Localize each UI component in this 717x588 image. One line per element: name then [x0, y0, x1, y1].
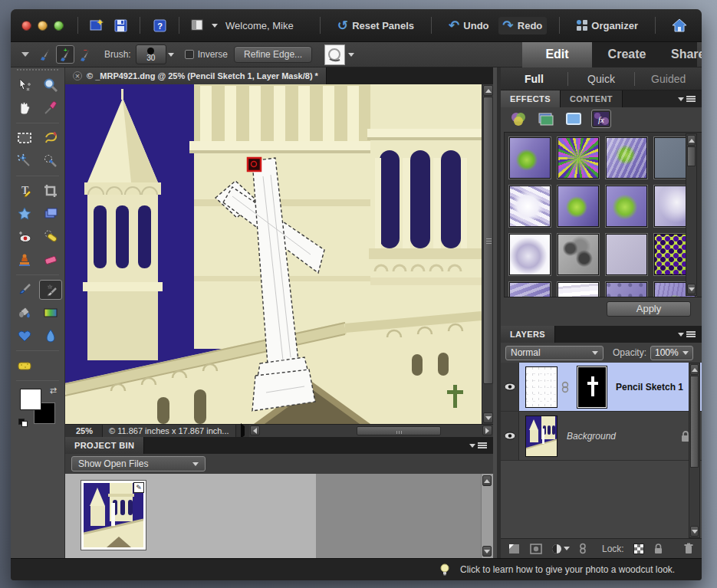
tab-quick[interactable]: Quick — [568, 73, 635, 85]
open-file-thumbnail[interactable]: ✎ — [81, 480, 146, 550]
sponge-tool[interactable] — [13, 356, 36, 376]
delete-layer-icon[interactable] — [683, 543, 694, 554]
effect-thumbnail[interactable] — [509, 137, 551, 179]
new-file-icon[interactable] — [88, 17, 107, 34]
undo-button[interactable]: ↶ Undo — [444, 17, 493, 34]
brush-size-caret[interactable] — [168, 53, 174, 57]
reset-panels-button[interactable]: ↺ Reset Panels — [333, 17, 419, 34]
swap-colors-icon[interactable]: ⇄ — [50, 386, 57, 396]
layers-scrollbar[interactable] — [689, 363, 700, 538]
effect-thumbnail[interactable] — [606, 137, 647, 179]
project-bin-menu-icon[interactable] — [469, 442, 493, 448]
tab-create[interactable]: Create — [592, 42, 662, 67]
scroll-up-icon[interactable] — [687, 135, 696, 146]
blur-tool[interactable] — [39, 326, 62, 346]
scroll-left-icon[interactable] — [250, 425, 260, 435]
tab-effects[interactable]: EFFECTS — [501, 90, 561, 107]
layers-tab[interactable]: LAYERS — [501, 326, 555, 343]
scroll-up-icon[interactable] — [482, 475, 492, 486]
document-dimensions[interactable]: © 11.867 inches x 17.867 inch... — [102, 425, 236, 437]
tab-full[interactable]: Full — [501, 73, 567, 85]
preset-picker-caret[interactable] — [348, 53, 354, 57]
filters-category-icon[interactable] — [508, 110, 528, 128]
layer-row-pencil-sketch[interactable]: Pencil Sketch 1 — [501, 363, 702, 412]
magic-wand-tool[interactable] — [13, 151, 36, 171]
blend-mode-dropdown[interactable]: Normal — [505, 346, 604, 360]
effect-thumbnail[interactable] — [606, 186, 647, 227]
scroll-right-icon[interactable] — [482, 425, 492, 435]
selection-brush-tool[interactable] — [39, 151, 62, 171]
layers-menu-icon[interactable] — [678, 331, 702, 337]
inverse-checkbox[interactable] — [185, 50, 194, 59]
effect-thumbnail[interactable] — [557, 234, 599, 275]
layer-mask-thumbnail[interactable] — [577, 366, 607, 408]
effects-menu-icon[interactable] — [678, 96, 702, 102]
layer-name[interactable]: Background — [567, 431, 616, 442]
scrollbar-thumb[interactable] — [483, 97, 493, 384]
effect-thumbnail[interactable] — [509, 282, 551, 297]
tool-options-caret[interactable] — [21, 52, 29, 57]
layer-row-background[interactable]: Background — [501, 412, 702, 461]
tab-share[interactable]: Share — [662, 42, 697, 67]
refine-edge-button[interactable]: Refine Edge... — [234, 46, 312, 63]
layer-styles-category-icon[interactable] — [536, 110, 556, 128]
zoom-tool[interactable] — [39, 75, 62, 95]
show-open-files-dropdown[interactable]: Show Open Files — [71, 456, 206, 471]
effects-scrollbar[interactable] — [686, 133, 697, 296]
link-layers-icon[interactable] — [579, 543, 587, 554]
lock-transparency-icon[interactable] — [633, 544, 644, 554]
smart-brush-add-selection-icon[interactable]: + — [56, 45, 74, 64]
close-document-icon[interactable]: × — [73, 71, 82, 80]
home-icon[interactable] — [670, 17, 689, 34]
healing-brush-tool[interactable] — [39, 227, 62, 247]
lock-all-icon[interactable] — [653, 543, 663, 554]
smart-brush-preset-thumbnail[interactable] — [324, 44, 345, 65]
effect-thumbnail[interactable] — [557, 282, 599, 297]
help-icon[interactable]: ? — [150, 17, 169, 34]
all-effects-category-icon[interactable]: fx — [591, 110, 611, 128]
gradient-tool[interactable] — [39, 303, 62, 323]
scroll-down-icon[interactable] — [687, 284, 696, 294]
brush-tool[interactable] — [13, 280, 36, 300]
arrange-documents-caret[interactable] — [212, 24, 218, 28]
canvas[interactable] — [65, 84, 482, 424]
close-window-button[interactable] — [21, 21, 31, 31]
opacity-dropdown[interactable]: 100% — [650, 346, 693, 360]
save-icon[interactable] — [111, 17, 130, 34]
scroll-down-icon[interactable] — [690, 526, 699, 537]
clone-stamp-tool[interactable] — [13, 250, 36, 270]
canvas-horizontal-scrollbar[interactable] — [249, 425, 493, 437]
effect-thumbnail[interactable] — [509, 186, 551, 227]
eyedropper-tool[interactable] — [39, 98, 62, 118]
effect-thumbnail[interactable] — [606, 282, 647, 297]
rectangular-marquee-tool[interactable] — [13, 128, 36, 148]
visibility-cell[interactable] — [501, 363, 519, 411]
effect-thumbnail[interactable] — [606, 234, 647, 275]
document-tab[interactable]: × © _MRP4921.dng @ 25% (Pencil Sketch 1,… — [65, 67, 327, 84]
move-tool[interactable] — [13, 75, 36, 95]
scrollbar-thumb[interactable] — [687, 146, 696, 166]
eraser-tool[interactable] — [39, 250, 62, 270]
zoom-level-field[interactable]: 25% — [65, 426, 102, 435]
status-expand-icon[interactable] — [236, 426, 249, 435]
lasso-tool[interactable] — [39, 128, 62, 148]
layer-name[interactable]: Pencil Sketch 1 — [616, 382, 683, 393]
scroll-up-icon[interactable] — [483, 85, 493, 96]
canvas-vertical-scrollbar[interactable] — [482, 84, 493, 424]
paint-bucket-tool[interactable] — [13, 303, 36, 323]
organizer-button[interactable]: Organizer — [572, 18, 643, 34]
foreground-color-swatch[interactable] — [20, 389, 41, 410]
scroll-down-icon[interactable] — [483, 412, 493, 423]
arrange-documents-icon[interactable] — [189, 17, 208, 34]
redo-button[interactable]: ↷ Redo — [498, 17, 548, 34]
smart-brush-new-selection-icon[interactable] — [36, 45, 54, 64]
minimize-window-button[interactable] — [38, 21, 48, 31]
effect-thumbnail[interactable] — [557, 186, 599, 227]
scrollbar-thumb[interactable] — [357, 426, 441, 435]
new-fill-layer-icon[interactable] — [530, 544, 542, 554]
effect-thumbnail[interactable] — [509, 234, 551, 275]
straighten-tool[interactable] — [39, 204, 62, 224]
tab-guided[interactable]: Guided — [635, 73, 702, 85]
apply-button[interactable]: Apply — [607, 301, 691, 317]
default-colors-icon[interactable] — [18, 419, 28, 427]
